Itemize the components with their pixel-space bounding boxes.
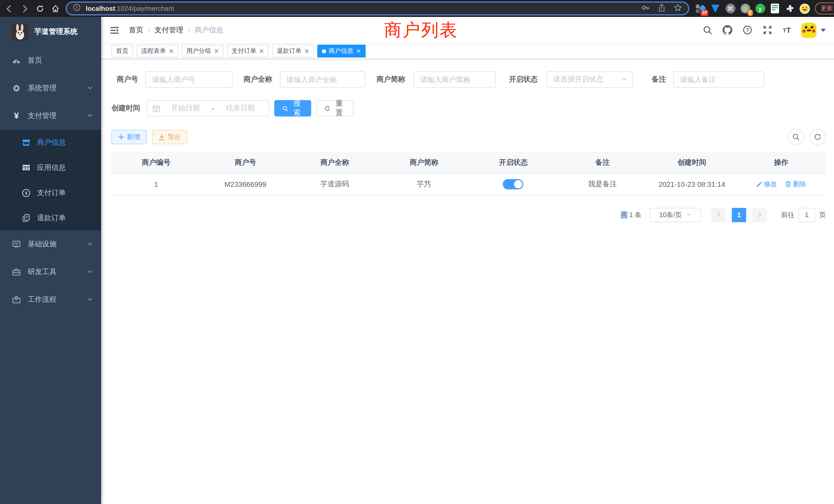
key-icon[interactable] bbox=[641, 3, 650, 14]
chevron-down-icon bbox=[87, 84, 93, 92]
tab-refund-order[interactable]: 退款订单 bbox=[272, 45, 314, 58]
short-name-input[interactable] bbox=[413, 71, 496, 88]
search-button[interactable]: 搜索 bbox=[274, 100, 311, 116]
col-actions: 操作 bbox=[737, 152, 826, 174]
tab-pay-order[interactable]: 支付订单 bbox=[227, 45, 269, 58]
breadcrumb: 首页 / 支付管理 / 商户信息 bbox=[129, 25, 223, 35]
cell-full-name: 芋道源码 bbox=[290, 174, 379, 195]
breadcrumb-home[interactable]: 首页 bbox=[129, 25, 143, 35]
chevron-down-icon bbox=[87, 296, 93, 304]
url-bar[interactable]: localhost:1024/pay/merchant bbox=[66, 2, 689, 16]
chevron-down-icon bbox=[621, 75, 628, 84]
sidebar-item-app-info[interactable]: 应用信息 bbox=[0, 155, 101, 180]
bookmark-star-icon[interactable] bbox=[674, 3, 682, 14]
status-toggle[interactable] bbox=[503, 179, 524, 189]
col-merchant-no: 商户号 bbox=[201, 152, 290, 174]
active-dot bbox=[322, 49, 326, 53]
breadcrumb-payment[interactable]: 支付管理 bbox=[155, 25, 183, 35]
info-icon[interactable] bbox=[73, 4, 81, 13]
close-icon[interactable] bbox=[305, 49, 309, 53]
header-search-icon[interactable] bbox=[703, 25, 712, 35]
extension-doc-icon[interactable] bbox=[770, 3, 780, 14]
col-status: 开启状态 bbox=[468, 152, 558, 174]
svg-text:¥: ¥ bbox=[25, 190, 27, 196]
extension-y-icon[interactable]: y bbox=[755, 3, 765, 14]
remark-input[interactable] bbox=[673, 71, 764, 88]
extension-devtools-icon[interactable]: 10 bbox=[695, 3, 706, 14]
calendar-icon bbox=[153, 105, 160, 112]
sidebar-item-refund-order[interactable]: 退款订单 bbox=[0, 205, 101, 230]
user-menu[interactable] bbox=[801, 22, 826, 38]
logo-rabbit-image bbox=[11, 23, 28, 40]
extension-badge: 10 bbox=[701, 9, 708, 16]
home-icon[interactable] bbox=[51, 4, 60, 13]
sidebar-item-merchant-info[interactable]: 商户信息 bbox=[0, 130, 101, 155]
next-page-button[interactable] bbox=[752, 208, 767, 222]
toggle-search-icon-button[interactable] bbox=[788, 129, 804, 145]
remark-label: 备注 bbox=[637, 75, 673, 84]
sidebar-item-pay-order[interactable]: ¥ 支付订单 bbox=[0, 180, 101, 205]
tab-home[interactable]: 首页 bbox=[111, 45, 133, 58]
cell-merchant-id: 1 bbox=[111, 174, 201, 195]
tags-view: 首页 流程表单 用户分组 支付订单 退款订单 商户信息 bbox=[101, 44, 834, 59]
back-icon[interactable] bbox=[5, 4, 13, 13]
app-title: 芋道管理系统 bbox=[35, 27, 78, 37]
close-icon[interactable] bbox=[356, 49, 361, 53]
forward-icon[interactable] bbox=[21, 4, 29, 13]
tab-merchant-info[interactable]: 商户信息 bbox=[317, 45, 366, 58]
refresh-icon-button[interactable] bbox=[809, 129, 826, 145]
briefcase-icon bbox=[10, 295, 23, 304]
sidebar-item-infrastructure[interactable]: 基础设施 bbox=[0, 230, 101, 258]
delete-button[interactable]: 删除 bbox=[785, 180, 806, 189]
tab-process-form[interactable]: 流程表单 bbox=[137, 45, 178, 58]
extension-command-icon[interactable]: ⌘ bbox=[725, 3, 736, 14]
close-icon[interactable] bbox=[214, 49, 219, 53]
status-select[interactable]: 请选择开启状态 bbox=[546, 71, 633, 88]
tab-user-group[interactable]: 用户分组 bbox=[182, 45, 223, 58]
goto-page-input[interactable] bbox=[798, 208, 815, 222]
sidebar-item-payment[interactable]: ¥ 支付管理 bbox=[0, 102, 101, 130]
edit-button[interactable]: 修改 bbox=[756, 180, 777, 189]
add-button[interactable]: 新增 bbox=[111, 130, 147, 144]
reload-icon[interactable] bbox=[36, 4, 44, 13]
github-icon[interactable] bbox=[723, 25, 732, 35]
caret-down-icon bbox=[821, 28, 826, 31]
chevron-down-icon bbox=[87, 240, 93, 248]
page-unit-label: 页 bbox=[819, 210, 826, 220]
close-icon[interactable] bbox=[169, 49, 174, 53]
full-name-input[interactable] bbox=[280, 71, 365, 88]
browser-update-button[interactable]: 更新 bbox=[815, 3, 834, 14]
browser-chrome: localhost:1024/pay/merchant 10 ⌘ 1 y 更 bbox=[0, 0, 834, 17]
sidebar-item-workflow[interactable]: 工作流程 bbox=[0, 286, 101, 314]
hamburger-icon[interactable] bbox=[109, 25, 120, 35]
breadcrumb-current: 商户信息 bbox=[195, 25, 223, 35]
font-size-icon[interactable]: TT bbox=[783, 26, 791, 35]
create-time-range-picker[interactable]: 开始日期 - 结束日期 bbox=[147, 100, 269, 116]
full-name-label: 商户全称 bbox=[243, 75, 280, 84]
gear-icon bbox=[10, 84, 23, 93]
page-size-select[interactable]: 10条/页 bbox=[650, 208, 701, 222]
close-icon[interactable] bbox=[259, 49, 264, 53]
cell-merchant-no: M233666999 bbox=[201, 174, 290, 195]
sidebar-item-dev-tools[interactable]: 研发工具 bbox=[0, 258, 101, 286]
browser-profile-avatar[interactable] bbox=[799, 3, 810, 14]
extensions-puzzle-icon[interactable] bbox=[785, 3, 795, 14]
extension-profile-icon[interactable]: 1 bbox=[740, 3, 750, 14]
merchant-no-input[interactable] bbox=[145, 71, 233, 88]
extension-kite-icon[interactable] bbox=[710, 3, 721, 14]
cell-remark: 我是备注 bbox=[558, 174, 647, 195]
reset-button[interactable]: 重置 bbox=[316, 100, 353, 116]
help-icon[interactable]: ? bbox=[743, 25, 752, 35]
payment-submenu: 商户信息 应用信息 ¥ 支付订单 退款订单 bbox=[0, 130, 101, 230]
export-button[interactable]: 导出 bbox=[152, 130, 188, 144]
sidebar-logo[interactable]: 芋道管理系统 bbox=[0, 17, 101, 47]
page-number-1[interactable]: 1 bbox=[732, 208, 746, 222]
share-icon[interactable] bbox=[658, 3, 665, 14]
prev-page-button[interactable] bbox=[711, 208, 726, 222]
end-date-placeholder: 结束日期 bbox=[217, 104, 263, 113]
sidebar-item-system[interactable]: 系统管理 bbox=[0, 74, 101, 102]
sidebar-item-home[interactable]: 首页 bbox=[0, 47, 101, 74]
col-full-name: 商户全称 bbox=[290, 152, 379, 174]
fullscreen-icon[interactable] bbox=[763, 25, 772, 35]
user-avatar[interactable] bbox=[801, 22, 816, 38]
